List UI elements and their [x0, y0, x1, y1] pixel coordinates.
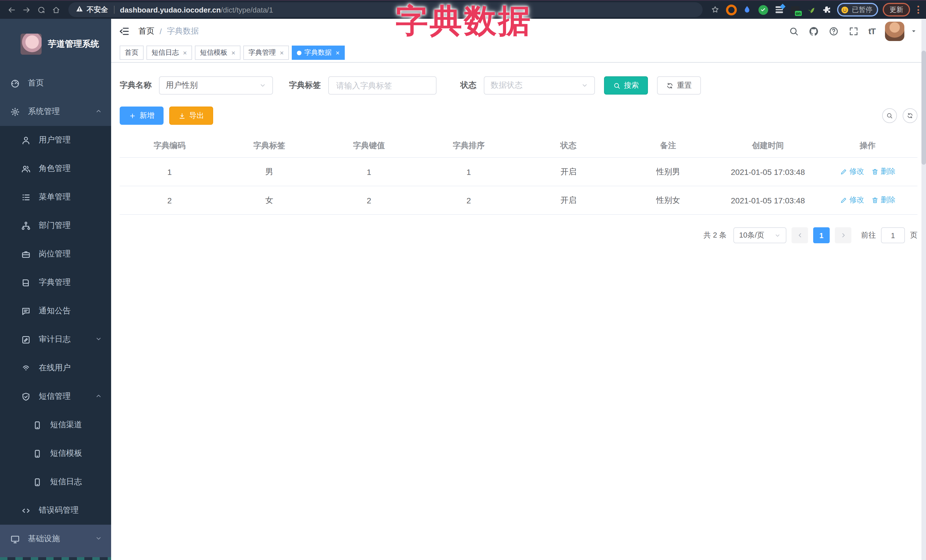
- header-search-icon[interactable]: [789, 26, 799, 36]
- dict-label-label: 字典标签: [289, 80, 321, 91]
- tab-label: 字典管理: [248, 48, 276, 57]
- current-page-button[interactable]: 1: [813, 227, 830, 243]
- tab-close-icon[interactable]: ×: [182, 49, 187, 56]
- tab-dict-type[interactable]: 字典管理×: [243, 45, 289, 60]
- code-icon: [21, 506, 31, 515]
- export-button[interactable]: 导出: [169, 107, 213, 125]
- sidebar-item-infra[interactable]: 基础设施: [0, 525, 111, 553]
- on-badge-extension-icon[interactable]: on: [789, 4, 800, 15]
- green-check-extension-icon[interactable]: [757, 4, 769, 15]
- address-bar[interactable]: 不安全 dashboard.yudao.iocoder.cn /dict/typ…: [68, 2, 703, 17]
- profile-paused-chip[interactable]: 已暂停: [837, 3, 878, 17]
- page-size-value: 10条/页: [739, 230, 764, 240]
- sidebar-item-online-user[interactable]: 在线用户: [0, 354, 111, 382]
- sidebar-item-home[interactable]: 首页: [0, 69, 111, 97]
- sidebar-item-user[interactable]: 用户管理: [0, 126, 111, 154]
- search-icon: [613, 82, 620, 89]
- bookmark-star-icon[interactable]: [710, 4, 721, 15]
- browser-reload-icon[interactable]: [34, 3, 48, 17]
- status-select[interactable]: 数据状态: [484, 76, 595, 95]
- sidebar-item-label: 审计日志: [39, 334, 71, 345]
- sidebar-item-audit-log[interactable]: 审计日志: [0, 325, 111, 354]
- bars-extension-icon[interactable]: [773, 4, 785, 15]
- fullscreen-icon[interactable]: [849, 26, 859, 36]
- window-scrollbar[interactable]: [921, 20, 926, 560]
- shield-check-icon: [21, 392, 31, 402]
- sidebar-item-post[interactable]: 岗位管理: [0, 240, 111, 268]
- link-label: 删除: [881, 195, 896, 205]
- sidebar-item-sms[interactable]: 短信管理: [0, 382, 111, 411]
- next-page-button[interactable]: [835, 227, 851, 243]
- screen: 不安全 dashboard.yudao.iocoder.cn /dict/typ…: [0, 0, 926, 560]
- cell-status: 开启: [519, 186, 618, 214]
- add-button[interactable]: 新增: [120, 107, 163, 125]
- avatar-caret-down-icon[interactable]: [911, 26, 917, 36]
- cell-created: 2021-01-05 17:03:48: [718, 157, 818, 186]
- page-header: 首页 / 字典数据 tT: [111, 19, 926, 43]
- dict-label-input[interactable]: [335, 80, 430, 91]
- reset-button[interactable]: 重置: [657, 76, 701, 95]
- sidebar-item-sms-template[interactable]: 短信模板: [0, 439, 111, 468]
- refresh-table-button[interactable]: [903, 108, 917, 123]
- delete-link[interactable]: 删除: [871, 167, 896, 177]
- browser-forward-icon[interactable]: [20, 3, 33, 17]
- sidebar-item-label: 用户管理: [39, 135, 71, 145]
- browser-menu-kebab-icon[interactable]: [915, 6, 921, 14]
- docs-question-icon[interactable]: [829, 26, 839, 36]
- blue-drop-extension-icon[interactable]: [741, 4, 753, 15]
- dict-name-select[interactable]: 用户性别: [159, 76, 273, 95]
- goto-page-input[interactable]: [881, 227, 905, 243]
- phone-icon: [32, 477, 42, 487]
- sidebar: 芋道管理系统 首页系统管理用户管理角色管理菜单管理部门管理岗位管理字典管理通知公…: [0, 19, 111, 560]
- sidebar-item-error-code[interactable]: 错误码管理: [0, 496, 111, 525]
- github-icon[interactable]: [809, 26, 819, 36]
- tab-close-icon[interactable]: ×: [334, 49, 340, 56]
- sidebar-item-dept[interactable]: 部门管理: [0, 211, 111, 240]
- gear-icon: [10, 107, 20, 116]
- sidebar-item-label: 在线用户: [39, 363, 71, 373]
- chevron-down-icon: [775, 232, 781, 238]
- phone-icon: [32, 420, 42, 430]
- font-size-icon[interactable]: tT: [869, 26, 875, 36]
- tab-close-icon[interactable]: ×: [230, 49, 235, 56]
- prev-page-button[interactable]: [791, 227, 808, 243]
- sidebar-item-system[interactable]: 系统管理: [0, 97, 111, 126]
- sidebar-item-sms-log[interactable]: 短信日志: [0, 468, 111, 496]
- dict-name-label: 字典名称: [120, 80, 151, 91]
- sidebar-item-dict[interactable]: 字典管理: [0, 268, 111, 297]
- sidebar-item-label: 首页: [28, 78, 44, 88]
- cell-code: 2: [120, 186, 219, 214]
- orange-ring-extension-icon[interactable]: [725, 4, 737, 15]
- tab-dict-data[interactable]: 字典数据×: [292, 45, 345, 60]
- tab-close-icon[interactable]: ×: [278, 49, 284, 56]
- extensions-puzzle-icon[interactable]: [821, 4, 832, 15]
- status-placeholder: 数据状态: [491, 80, 522, 91]
- breadcrumb-home[interactable]: 首页: [138, 26, 154, 36]
- sidebar-item-menu[interactable]: 菜单管理: [0, 183, 111, 211]
- sidebar-toggle-icon[interactable]: [118, 25, 130, 37]
- phone-icon: [32, 448, 42, 458]
- leaf-extension-icon[interactable]: [805, 4, 817, 15]
- scrollbar-thumb[interactable]: [921, 51, 926, 165]
- sidebar-item-sms-channel[interactable]: 短信渠道: [0, 411, 111, 439]
- tab-label: 短信日志: [151, 48, 179, 57]
- header-actions: tT: [789, 21, 917, 41]
- browser-back-icon[interactable]: [5, 3, 18, 17]
- column-header: 字典键值: [319, 134, 419, 157]
- search-button[interactable]: 搜索: [604, 76, 648, 95]
- edit-link[interactable]: 修改: [840, 195, 864, 205]
- sidebar-item-notice[interactable]: 通知公告: [0, 297, 111, 325]
- user-avatar[interactable]: [885, 21, 904, 41]
- tab-home[interactable]: 首页: [120, 45, 144, 60]
- page-size-select[interactable]: 10条/页: [733, 227, 787, 243]
- browser-home-icon[interactable]: [49, 3, 63, 17]
- tab-sms-template[interactable]: 短信模板×: [195, 45, 241, 60]
- cell-sort: 1: [419, 157, 519, 186]
- toggle-search-button[interactable]: [882, 108, 897, 123]
- app-logo[interactable]: 芋道管理系统: [0, 19, 111, 69]
- browser-update-button[interactable]: 更新: [883, 3, 910, 17]
- edit-link[interactable]: 修改: [840, 167, 864, 177]
- tab-sms-log[interactable]: 短信日志×: [147, 45, 192, 60]
- sidebar-item-role[interactable]: 角色管理: [0, 154, 111, 183]
- delete-link[interactable]: 删除: [871, 195, 896, 205]
